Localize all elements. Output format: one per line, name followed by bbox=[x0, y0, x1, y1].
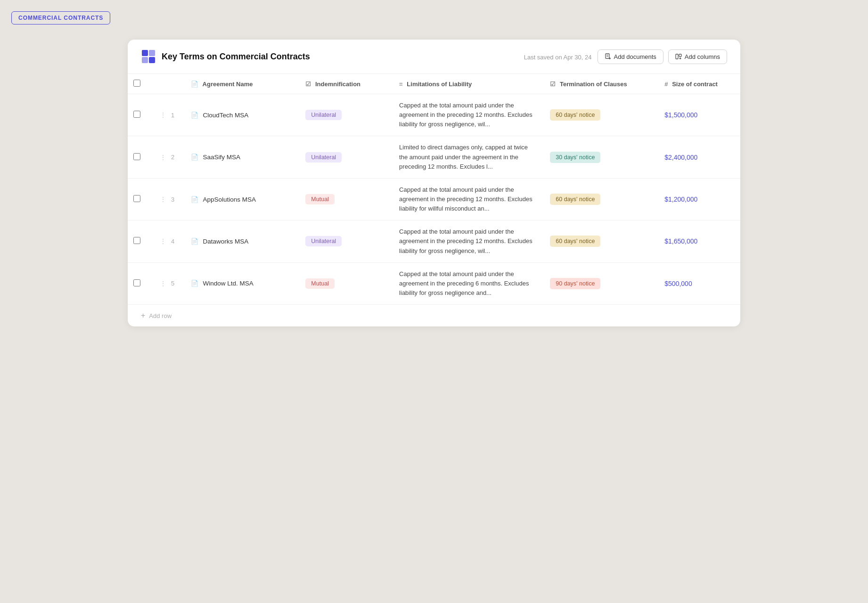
limitations-cell: Capped at the total amount paid under th… bbox=[392, 178, 542, 220]
limitations-text: Capped at the total amount paid under th… bbox=[399, 228, 532, 254]
row-checkbox[interactable] bbox=[133, 237, 140, 244]
agreement-name-cell[interactable]: 📄 Dataworks MSA bbox=[183, 220, 298, 262]
file-icon: 📄 bbox=[191, 238, 198, 245]
row-checkbox[interactable] bbox=[133, 153, 140, 160]
size-cell: $1,650,000 bbox=[657, 220, 740, 262]
add-row-plus-icon: + bbox=[141, 311, 145, 320]
row-number: 5 bbox=[171, 280, 174, 287]
indemnification-badge[interactable]: Mutual bbox=[305, 194, 335, 204]
row-checkbox-cell bbox=[128, 178, 151, 220]
agreement-name-cell[interactable]: 📄 SaaSify MSA bbox=[183, 136, 298, 178]
row-checkbox-cell bbox=[128, 220, 151, 262]
row-number-cell: ⋮ 2 bbox=[151, 136, 184, 178]
drag-handle[interactable]: ⋮ bbox=[160, 237, 166, 245]
termination-cell: 30 days' notice bbox=[542, 136, 657, 178]
agreement-name: Dataworks MSA bbox=[203, 238, 248, 245]
limitations-cell: Capped at the total amount paid under th… bbox=[392, 94, 542, 136]
add-row[interactable]: + Add row bbox=[128, 305, 740, 326]
row-number-cell: ⋮ 5 bbox=[151, 262, 184, 304]
size-cell: $1,200,000 bbox=[657, 178, 740, 220]
termination-badge[interactable]: 60 days' notice bbox=[550, 236, 600, 247]
size-value: $2,400,000 bbox=[664, 154, 697, 161]
indemnification-cell: Unilateral bbox=[298, 94, 392, 136]
indemnification-badge[interactable]: Unilateral bbox=[305, 110, 342, 120]
table-row: ⋮ 1 📄 CloudTech MSA Unilateral Capped at… bbox=[128, 94, 740, 136]
th-agreement-name[interactable]: 📄 Agreement Name bbox=[183, 74, 298, 94]
indemnification-badge[interactable]: Mutual bbox=[305, 278, 335, 289]
indemnification-cell: Unilateral bbox=[298, 220, 392, 262]
row-number: 2 bbox=[171, 154, 174, 161]
row-checkbox[interactable] bbox=[133, 195, 140, 202]
agreement-name: CloudTech MSA bbox=[203, 112, 248, 119]
limitations-text: Capped at the total amount paid under th… bbox=[399, 186, 532, 212]
card-header: Key Terms on Commercial Contracts Last s… bbox=[128, 40, 740, 74]
add-documents-label: Add documents bbox=[614, 53, 656, 60]
card: Key Terms on Commercial Contracts Last s… bbox=[128, 40, 740, 326]
drag-handle[interactable]: ⋮ bbox=[160, 111, 166, 119]
indemnification-badge[interactable]: Unilateral bbox=[305, 152, 342, 163]
card-title: Key Terms on Commercial Contracts bbox=[162, 52, 517, 62]
th-size[interactable]: # Size of contract bbox=[657, 74, 740, 94]
file-icon: 📄 bbox=[191, 112, 198, 119]
add-documents-button[interactable]: Add documents bbox=[598, 49, 663, 64]
add-doc-icon bbox=[605, 53, 611, 60]
row-checkbox[interactable] bbox=[133, 279, 140, 286]
svg-rect-9 bbox=[676, 54, 678, 59]
size-value: $1,500,000 bbox=[664, 111, 697, 119]
agreement-name-cell[interactable]: 📄 CloudTech MSA bbox=[183, 94, 298, 136]
table-row: ⋮ 5 📄 Window Ltd. MSA Mutual Capped at t… bbox=[128, 262, 740, 304]
select-all-checkbox[interactable] bbox=[133, 80, 140, 87]
termination-cell: 60 days' notice bbox=[542, 220, 657, 262]
indemnification-cell: Mutual bbox=[298, 178, 392, 220]
th-termination[interactable]: ☑ Termination of Clauses bbox=[542, 74, 657, 94]
table-row: ⋮ 2 📄 SaaSify MSA Unilateral Limited to … bbox=[128, 136, 740, 178]
termination-badge[interactable]: 90 days' notice bbox=[550, 278, 600, 289]
row-checkbox-cell bbox=[128, 94, 151, 136]
agreement-name: SaaSify MSA bbox=[203, 154, 240, 161]
checkbox-icon: ☑ bbox=[305, 81, 311, 88]
file-icon: 📄 bbox=[191, 154, 198, 161]
logo-icon bbox=[141, 49, 156, 64]
limitations-text: Limited to direct damages only, capped a… bbox=[399, 144, 528, 170]
data-table: 📄 Agreement Name ☑ Indemnification = Lim… bbox=[128, 74, 740, 305]
drag-handle[interactable]: ⋮ bbox=[160, 280, 166, 287]
limitations-cell: Limited to direct damages only, capped a… bbox=[392, 136, 542, 178]
drag-handle[interactable]: ⋮ bbox=[160, 196, 166, 203]
row-checkbox-cell bbox=[128, 262, 151, 304]
row-checkbox[interactable] bbox=[133, 111, 140, 118]
row-number: 1 bbox=[171, 112, 174, 119]
limitations-text: Capped at the total amount paid under th… bbox=[399, 270, 529, 296]
add-columns-icon bbox=[675, 53, 682, 60]
add-columns-button[interactable]: Add columns bbox=[668, 49, 727, 64]
termination-cell: 60 days' notice bbox=[542, 178, 657, 220]
size-cell: $2,400,000 bbox=[657, 136, 740, 178]
size-value: $500,000 bbox=[664, 280, 692, 287]
add-row-label: Add row bbox=[149, 312, 172, 319]
size-value: $1,200,000 bbox=[664, 196, 697, 203]
row-number: 3 bbox=[171, 196, 174, 203]
th-indemnification[interactable]: ☑ Indemnification bbox=[298, 74, 392, 94]
title-group: Key Terms on Commercial Contracts Last s… bbox=[162, 52, 592, 62]
row-number: 4 bbox=[171, 238, 174, 245]
row-number-cell: ⋮ 4 bbox=[151, 220, 184, 262]
agreement-name-cell[interactable]: 📄 AppSolutions MSA bbox=[183, 178, 298, 220]
limitations-cell: Capped at the total amount paid under th… bbox=[392, 262, 542, 304]
size-value: $1,650,000 bbox=[664, 237, 697, 245]
termination-badge[interactable]: 60 days' notice bbox=[550, 109, 600, 121]
drag-handle[interactable]: ⋮ bbox=[160, 154, 166, 161]
termination-checkbox-icon: ☑ bbox=[550, 81, 556, 88]
row-number-cell: ⋮ 1 bbox=[151, 94, 184, 136]
svg-rect-3 bbox=[149, 57, 155, 63]
svg-rect-10 bbox=[679, 54, 681, 57]
indemnification-badge[interactable]: Unilateral bbox=[305, 236, 342, 246]
agreement-name: Window Ltd. MSA bbox=[203, 280, 253, 287]
file-icon: 📄 bbox=[191, 196, 198, 203]
top-badge[interactable]: COMMERCIAL CONTRACTS bbox=[11, 11, 110, 24]
th-limitations[interactable]: = Limitations of Liability bbox=[392, 74, 542, 94]
termination-badge[interactable]: 60 days' notice bbox=[550, 194, 600, 205]
termination-badge[interactable]: 30 days' notice bbox=[550, 152, 600, 163]
termination-cell: 90 days' notice bbox=[542, 262, 657, 304]
limitations-text: Capped at the total amount paid under th… bbox=[399, 102, 532, 128]
size-cell: $500,000 bbox=[657, 262, 740, 304]
agreement-name-cell[interactable]: 📄 Window Ltd. MSA bbox=[183, 262, 298, 304]
